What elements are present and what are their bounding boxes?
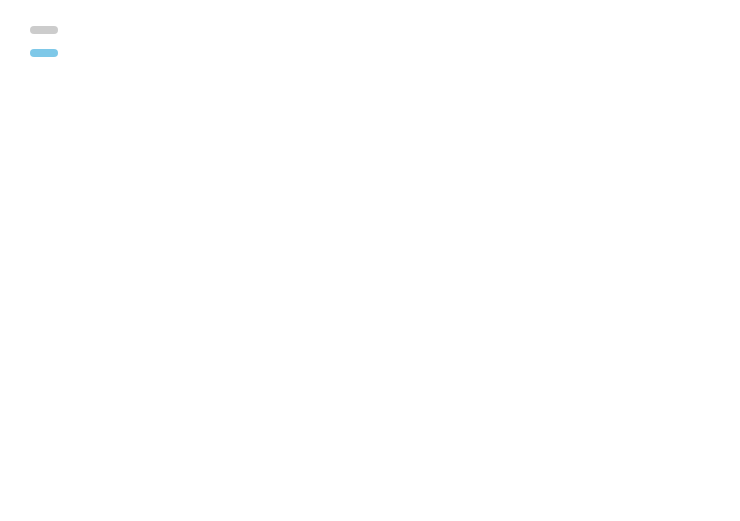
key-box [30, 20, 58, 67]
key-external [30, 26, 58, 34]
connection-lines [0, 0, 740, 521]
diagram [0, 0, 740, 521]
key-internal [30, 49, 58, 57]
